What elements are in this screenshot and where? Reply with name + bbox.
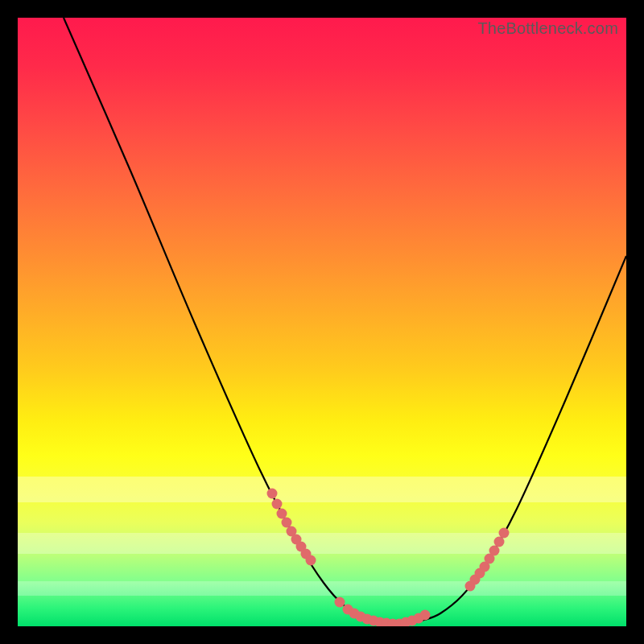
data-dot [272, 499, 283, 510]
data-dot [267, 489, 278, 499]
data-dot [420, 610, 431, 621]
data-dot [499, 528, 510, 539]
data-dot [494, 537, 505, 547]
data-dot [277, 509, 287, 519]
bottleneck-curve [64, 18, 626, 624]
data-dot [282, 518, 292, 528]
data-dot [335, 597, 345, 608]
chart-plot-area: TheBottleneck.com [18, 18, 626, 626]
data-dot [306, 555, 316, 566]
chart-svg [18, 18, 626, 626]
attribution-text: TheBottleneck.com [477, 19, 618, 38]
data-dot [489, 546, 500, 556]
